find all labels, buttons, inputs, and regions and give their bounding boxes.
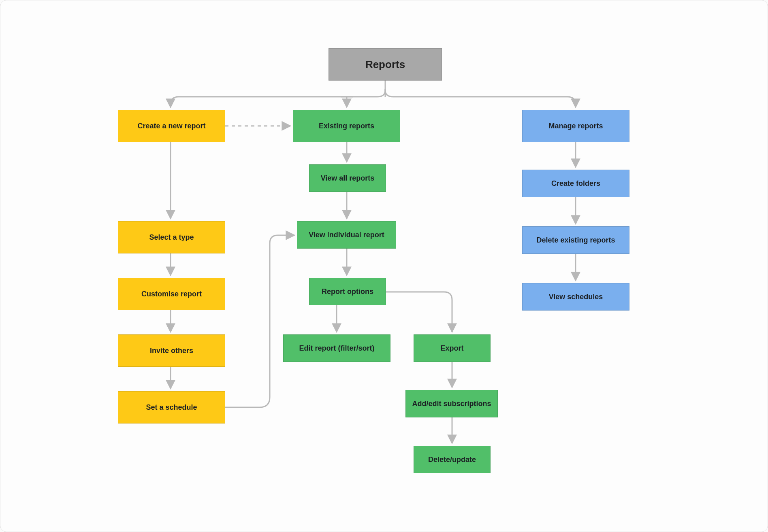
node-report-options: Report options <box>309 278 386 305</box>
node-edit-report: Edit report (filter/sort) <box>283 334 390 362</box>
node-export: Export <box>414 334 491 362</box>
node-create-folders: Create folders <box>522 170 629 197</box>
node-delete-existing-reports: Delete existing reports <box>522 226 629 254</box>
node-customise-report: Customise report <box>118 278 225 310</box>
node-existing-reports: Existing reports <box>293 110 400 142</box>
node-label: Delete/update <box>428 455 476 464</box>
node-label: Set a schedule <box>146 403 197 412</box>
node-label: Invite others <box>150 347 193 355</box>
node-label: Export <box>440 344 463 353</box>
diagram-canvas: Reports Create a new report Select a typ… <box>0 0 768 532</box>
node-manage-reports: Manage reports <box>522 110 629 142</box>
node-label: Add/edit subscriptions <box>412 400 491 408</box>
node-label: Manage reports <box>548 122 603 130</box>
node-label: Customise report <box>141 290 202 298</box>
node-create-new-report: Create a new report <box>118 110 225 142</box>
node-delete-update: Delete/update <box>414 446 491 473</box>
node-select-a-type: Select a type <box>118 221 225 253</box>
node-label: Report options <box>322 287 373 296</box>
node-reports: Reports <box>329 48 442 81</box>
node-label: Select a type <box>149 233 194 242</box>
node-view-all-reports: View all reports <box>309 164 386 192</box>
node-label: View all reports <box>321 174 375 183</box>
node-label: Create a new report <box>137 122 205 130</box>
node-invite-others: Invite others <box>118 334 225 367</box>
node-label: Delete existing reports <box>536 236 615 245</box>
node-label: View schedules <box>549 293 603 301</box>
node-label: View individual report <box>309 231 384 239</box>
node-view-schedules: View schedules <box>522 283 629 311</box>
node-view-individual-report: View individual report <box>297 221 396 249</box>
node-label: Create folders <box>551 179 600 188</box>
node-label: Edit report (filter/sort) <box>299 344 374 353</box>
node-label: Existing reports <box>319 122 374 130</box>
node-label: Reports <box>365 58 405 71</box>
node-set-a-schedule: Set a schedule <box>118 391 225 423</box>
node-add-edit-subscriptions: Add/edit subscriptions <box>405 390 498 417</box>
